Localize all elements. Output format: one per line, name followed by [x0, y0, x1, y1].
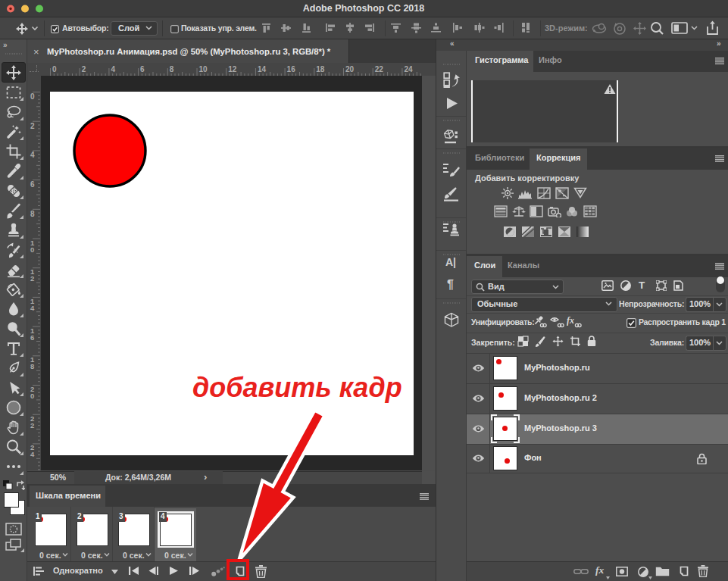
svg-text:16: 16: [287, 65, 296, 73]
svg-text:fx: fx: [567, 315, 574, 326]
svg-text:0: 0: [30, 392, 34, 400]
svg-text:8: 8: [30, 210, 35, 218]
svg-text:8: 8: [30, 362, 34, 370]
svg-text:22: 22: [375, 65, 384, 73]
svg-text:20: 20: [345, 65, 355, 73]
svg-text:4: 4: [30, 304, 35, 312]
svg-text:6: 6: [30, 180, 35, 189]
svg-text:24: 24: [404, 65, 413, 73]
svg-text:4: 4: [30, 450, 35, 458]
svg-text:14: 14: [258, 65, 267, 73]
svg-text:6: 6: [30, 333, 34, 342]
svg-text:2: 2: [30, 122, 35, 130]
svg-text:0: 0: [30, 92, 35, 101]
svg-text:10: 10: [199, 65, 208, 73]
svg-text:0: 0: [52, 65, 57, 73]
svg-text:8: 8: [170, 65, 174, 73]
svg-text:0: 0: [30, 245, 34, 254]
svg-text:6: 6: [140, 65, 145, 73]
svg-text:2: 2: [30, 274, 34, 283]
svg-text:12: 12: [228, 65, 237, 73]
svg-text:2: 2: [82, 65, 86, 73]
svg-text:4: 4: [30, 151, 35, 159]
svg-text:18: 18: [316, 65, 325, 73]
svg-text:4: 4: [111, 65, 115, 73]
svg-text:2: 2: [30, 421, 34, 430]
